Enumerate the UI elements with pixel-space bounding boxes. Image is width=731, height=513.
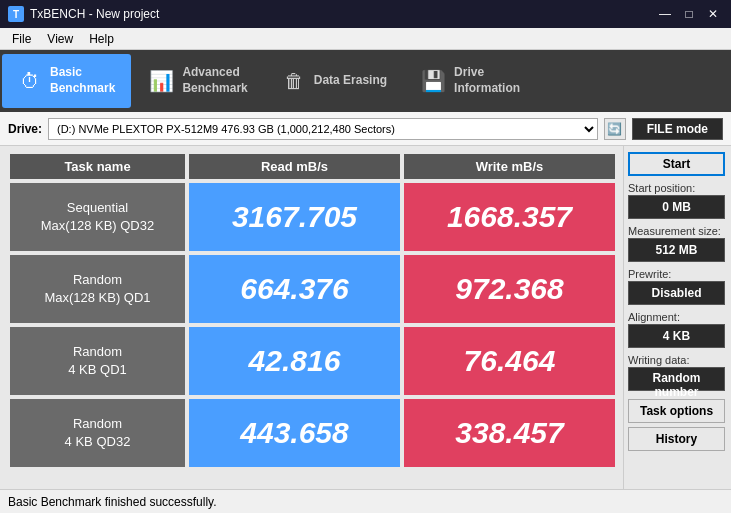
benchmark-table: Task name Read mB/s Write mB/s Sequentia… [0,146,623,489]
task-name-0: Sequential Max(128 KB) QD32 [10,183,185,251]
drive-information-label: Drive Information [454,65,520,96]
read-value-2: 42.816 [189,327,400,395]
task-name-2: Random 4 KB QD1 [10,327,185,395]
prewrite-label: Prewrite: [628,268,725,280]
start-position-value[interactable]: 0 MB [628,195,725,219]
start-position-section: Start position: 0 MB [628,180,725,219]
task-name-3: Random 4 KB QD32 [10,399,185,467]
minimize-button[interactable]: — [655,5,675,23]
status-bar: Basic Benchmark finished successfully. [0,489,731,513]
writing-data-section: Writing data: Random number [628,352,725,391]
title-bar-left: T TxBENCH - New project [8,6,159,22]
basic-benchmark-icon: ⏱ [18,70,42,93]
data-erasing-label: Data Erasing [314,73,387,89]
start-button[interactable]: Start [628,152,725,176]
menu-bar: File View Help [0,28,731,50]
writing-data-value[interactable]: Random number [628,367,725,391]
drive-information-icon: 💾 [421,69,446,93]
task-name-1: Random Max(128 KB) QD1 [10,255,185,323]
close-button[interactable]: ✕ [703,5,723,23]
prewrite-value[interactable]: Disabled [628,281,725,305]
col-write-header: Write mB/s [404,154,615,179]
drive-bar: Drive: (D:) NVMe PLEXTOR PX-512M9 476.93… [0,112,731,146]
table-row: Random 4 KB QD1 42.816 76.464 [10,327,615,395]
table-row: Random 4 KB QD32 443.658 338.457 [10,399,615,467]
measurement-size-label: Measurement size: [628,225,725,237]
window-title: TxBENCH - New project [30,7,159,21]
drive-refresh-button[interactable]: 🔄 [604,118,626,140]
advanced-benchmark-icon: 📊 [149,69,174,93]
sidebar: Start Start position: 0 MB Measurement s… [623,146,731,489]
advanced-benchmark-label: Advanced Benchmark [182,65,247,96]
write-value-1: 972.368 [404,255,615,323]
task-options-button[interactable]: Task options [628,399,725,423]
write-value-0: 1668.357 [404,183,615,251]
alignment-value[interactable]: 4 KB [628,324,725,348]
col-task-header: Task name [10,154,185,179]
file-mode-button[interactable]: FILE mode [632,118,723,140]
toolbar-drive-information[interactable]: 💾 Drive Information [405,54,536,108]
window-controls: — □ ✕ [655,5,723,23]
drive-select[interactable]: (D:) NVMe PLEXTOR PX-512M9 476.93 GB (1,… [48,118,598,140]
measurement-size-section: Measurement size: 512 MB [628,223,725,262]
alignment-label: Alignment: [628,311,725,323]
measurement-size-value[interactable]: 512 MB [628,238,725,262]
menu-view[interactable]: View [39,30,81,48]
menu-file[interactable]: File [4,30,39,48]
main-area: Task name Read mB/s Write mB/s Sequentia… [0,146,731,489]
title-bar: T TxBENCH - New project — □ ✕ [0,0,731,28]
write-value-2: 76.464 [404,327,615,395]
app-icon: T [8,6,24,22]
write-value-3: 338.457 [404,399,615,467]
toolbar-basic-benchmark[interactable]: ⏱ Basic Benchmark [2,54,131,108]
menu-help[interactable]: Help [81,30,122,48]
col-read-header: Read mB/s [189,154,400,179]
read-value-0: 3167.705 [189,183,400,251]
toolbar-data-erasing[interactable]: 🗑 Data Erasing [266,54,403,108]
history-button[interactable]: History [628,427,725,451]
table-header: Task name Read mB/s Write mB/s [10,154,615,179]
toolbar-advanced-benchmark[interactable]: 📊 Advanced Benchmark [133,54,263,108]
data-erasing-icon: 🗑 [282,70,306,93]
table-row: Sequential Max(128 KB) QD32 3167.705 166… [10,183,615,251]
read-value-1: 664.376 [189,255,400,323]
status-text: Basic Benchmark finished successfully. [8,495,217,509]
writing-data-label: Writing data: [628,354,725,366]
read-value-3: 443.658 [189,399,400,467]
table-row: Random Max(128 KB) QD1 664.376 972.368 [10,255,615,323]
toolbar: ⏱ Basic Benchmark 📊 Advanced Benchmark 🗑… [0,50,731,112]
prewrite-section: Prewrite: Disabled [628,266,725,305]
alignment-section: Alignment: 4 KB [628,309,725,348]
start-position-label: Start position: [628,182,725,194]
basic-benchmark-label: Basic Benchmark [50,65,115,96]
maximize-button[interactable]: □ [679,5,699,23]
drive-label: Drive: [8,122,42,136]
